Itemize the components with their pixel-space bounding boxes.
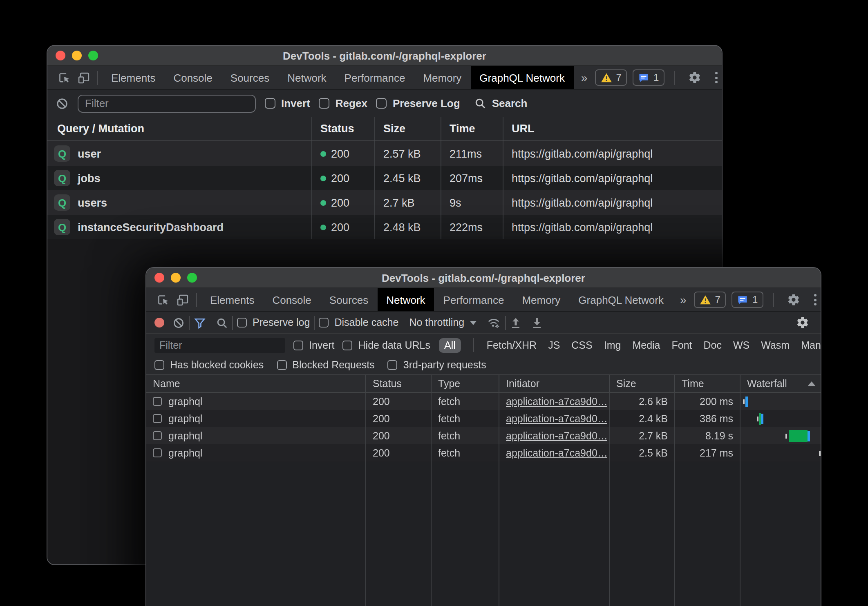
invert-checkbox[interactable]: Invert: [265, 97, 310, 109]
column-header-url[interactable]: URL: [503, 117, 722, 140]
row-checkbox[interactable]: [153, 414, 162, 423]
tab-memory[interactable]: Memory: [513, 288, 569, 311]
network-conditions-icon[interactable]: [486, 315, 501, 330]
column-header-size[interactable]: Size: [610, 375, 675, 392]
table-row[interactable]: graphql 200 fetch application-a7ca9d0… 2…: [146, 393, 821, 410]
filter-input[interactable]: [78, 94, 256, 112]
filter-type-img[interactable]: Img: [604, 339, 621, 351]
tab-memory[interactable]: Memory: [414, 66, 470, 89]
column-header-status[interactable]: Status: [366, 375, 432, 392]
kebab-menu-button[interactable]: [710, 72, 723, 83]
column-header-size[interactable]: Size: [375, 117, 441, 140]
filter-type-ws[interactable]: WS: [733, 339, 749, 351]
close-button[interactable]: [154, 273, 164, 283]
tab-network[interactable]: Network: [278, 66, 335, 89]
tab-sources[interactable]: Sources: [221, 66, 278, 89]
tab-performance[interactable]: Performance: [434, 288, 513, 311]
blocked-requests-checkbox[interactable]: Blocked Requests: [277, 359, 375, 371]
device-toolbar-button[interactable]: [172, 291, 192, 309]
column-header-waterfall[interactable]: Waterfall: [740, 375, 821, 392]
column-header-time[interactable]: Time: [441, 117, 503, 140]
close-button[interactable]: [56, 51, 65, 60]
titlebar-back[interactable]: DevTools - gitlab.com/-/graphql-explorer: [47, 46, 722, 66]
device-toolbar-button[interactable]: [74, 69, 93, 87]
filter-funnel-icon[interactable]: [194, 316, 206, 329]
preserve-log-checkbox[interactable]: Preserve Log: [376, 97, 460, 109]
inspect-element-button[interactable]: [54, 69, 74, 87]
more-tabs-button[interactable]: »: [673, 293, 694, 306]
tab-elements[interactable]: Elements: [201, 288, 263, 311]
export-har-icon[interactable]: [531, 316, 543, 329]
column-header-status[interactable]: Status: [312, 117, 375, 140]
kebab-menu-button[interactable]: [809, 294, 821, 305]
table-row[interactable]: Qjobs 200 2.45 kB 207ms https://gitlab.c…: [47, 166, 722, 190]
regex-checkbox[interactable]: Regex: [319, 97, 367, 109]
issues-badge[interactable]: 1: [633, 69, 664, 86]
minimize-button[interactable]: [72, 51, 82, 60]
filter-type-css[interactable]: CSS: [571, 339, 592, 351]
preserve-log-checkbox[interactable]: Preserve log: [237, 317, 310, 328]
filter-type-doc[interactable]: Doc: [704, 339, 722, 351]
column-header-time[interactable]: Time: [675, 375, 740, 392]
network-settings-button[interactable]: [793, 314, 812, 332]
filter-type-fetch-xhr[interactable]: Fetch/XHR: [487, 339, 537, 351]
tab-console[interactable]: Console: [164, 66, 221, 89]
table-row[interactable]: QinstanceSecurityDashboard 200 2.48 kB 2…: [47, 215, 722, 239]
tab-graphql-network[interactable]: GraphQL Network: [470, 66, 574, 89]
warnings-badge[interactable]: 7: [595, 69, 627, 86]
table-row[interactable]: Quser 200 2.57 kB 211ms https://gitlab.c…: [47, 141, 722, 166]
clear-icon[interactable]: [56, 97, 69, 110]
zoom-button[interactable]: [88, 51, 98, 60]
issues-badge[interactable]: 1: [732, 292, 763, 308]
zoom-button[interactable]: [187, 273, 197, 283]
row-checkbox[interactable]: [153, 448, 162, 457]
table-row[interactable]: graphql 200 fetch application-a7ca9d0… 2…: [146, 427, 821, 444]
search-icon[interactable]: [216, 316, 228, 329]
search-button[interactable]: Search: [474, 97, 528, 109]
table-row[interactable]: Qusers 200 2.7 kB 9s https://gitlab.com/…: [47, 190, 722, 215]
filter-type-wasm[interactable]: Wasm: [761, 339, 790, 351]
filter-type-all[interactable]: All: [438, 338, 461, 352]
tab-console[interactable]: Console: [263, 288, 320, 311]
clear-icon[interactable]: [172, 316, 185, 329]
tab-sources[interactable]: Sources: [320, 288, 377, 311]
checkbox-icon: [376, 98, 387, 109]
column-header-initiator[interactable]: Initiator: [499, 375, 610, 392]
has-blocked-cookies-checkbox[interactable]: Has blocked cookies: [154, 359, 264, 371]
filter-type-media[interactable]: Media: [632, 339, 660, 351]
tab-network[interactable]: Network: [377, 288, 434, 311]
titlebar-front[interactable]: DevTools - gitlab.com/-/graphql-explorer: [146, 268, 821, 288]
initiator-link[interactable]: application-a7ca9d0…: [506, 396, 608, 407]
third-party-requests-checkbox[interactable]: 3rd-party requests: [388, 359, 486, 371]
initiator-link[interactable]: application-a7ca9d0…: [506, 447, 608, 459]
initiator-link[interactable]: application-a7ca9d0…: [506, 413, 608, 424]
inspect-element-button[interactable]: [153, 291, 172, 309]
throttling-select[interactable]: No throttling: [409, 317, 477, 328]
column-header-name[interactable]: Name: [146, 375, 366, 392]
column-header-query-mutation[interactable]: Query / Mutation: [47, 117, 312, 140]
filter-type-js[interactable]: JS: [548, 339, 560, 351]
tab-performance[interactable]: Performance: [336, 66, 414, 89]
column-header-type[interactable]: Type: [432, 375, 499, 392]
initiator-link[interactable]: application-a7ca9d0…: [506, 430, 608, 441]
tab-elements[interactable]: Elements: [102, 66, 164, 89]
import-har-icon[interactable]: [510, 316, 521, 329]
minimize-button[interactable]: [171, 273, 181, 283]
filter-type-font[interactable]: Font: [672, 339, 692, 351]
hide-data-urls-checkbox[interactable]: Hide data URLs: [343, 339, 431, 351]
table-row[interactable]: graphql 200 fetch application-a7ca9d0… 2…: [146, 444, 821, 461]
settings-button[interactable]: [784, 291, 803, 309]
tab-graphql-network[interactable]: GraphQL Network: [569, 288, 673, 311]
row-checkbox[interactable]: [153, 431, 162, 440]
table-row[interactable]: graphql 200 fetch application-a7ca9d0… 2…: [146, 410, 821, 427]
record-button[interactable]: [154, 318, 164, 328]
warnings-badge[interactable]: 7: [694, 292, 726, 308]
filter-input[interactable]: [154, 338, 285, 352]
filter-type-manifest[interactable]: Manifest: [801, 339, 821, 351]
disable-cache-checkbox[interactable]: Disable cache: [319, 317, 398, 328]
has-blocked-cookies-label: Has blocked cookies: [170, 359, 264, 371]
invert-checkbox[interactable]: Invert: [293, 339, 335, 351]
settings-button[interactable]: [685, 69, 705, 87]
row-checkbox[interactable]: [153, 397, 162, 406]
more-tabs-button[interactable]: »: [574, 71, 595, 84]
